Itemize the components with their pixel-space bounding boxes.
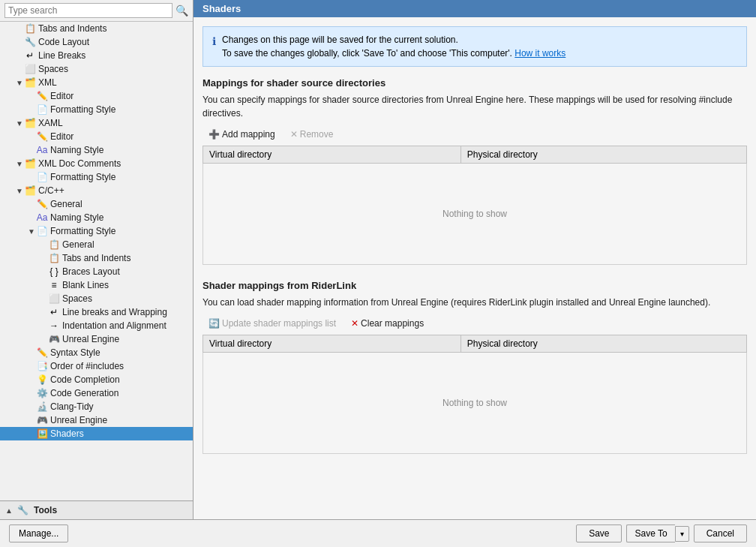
style-icon2: 📄 [36,171,48,183]
sidebar-item-xml-formatting-style[interactable]: 📄 Formatting Style [0,103,193,116]
xaml-icon: 🗂️ [24,117,36,129]
xml-doc-expand-arrow: ▼ [15,160,24,168]
riderlink-physical-col-header: Physical directory [460,335,746,353]
manage-button[interactable]: Manage... [9,524,68,542]
add-mapping-button[interactable]: ➕ Add mapping [202,128,281,141]
sidebar-item-cpp[interactable]: ▼ 🗂️ C/C++ [0,184,193,197]
sidebar-item-unreal-engine[interactable]: 🎮 Unreal Engine [0,413,193,427]
naming-icon: Aa [36,144,48,156]
sidebar-item-label: Line breaks and Wrapping [62,307,167,317]
mappings-toolbar: ➕ Add mapping ✕ Remove [202,128,747,141]
sidebar-item-label: Formatting Style [50,226,116,236]
sidebar-item-cpp-general[interactable]: ✏️ General [0,197,193,211]
clang-icon: 🔬 [36,401,48,413]
page-title: Shaders [202,3,241,14]
sidebar-item-xaml[interactable]: ▼ 🗂️ XAML [0,116,193,130]
naming-icon2: Aa [36,212,48,224]
tree-area: 📋 Tabs and Indents 🔧 Code Layout ↵ Line … [0,22,193,500]
linebreaks-icon2: ↵ [48,306,60,318]
generation-icon: ⚙️ [36,387,48,399]
sidebar-item-label: Formatting Style [50,104,116,115]
mappings-empty-text: Nothing to show [203,164,747,265]
sidebar-item-label: Editor [50,131,74,142]
riderlink-empty-text: Nothing to show [203,353,747,454]
sidebar-item-label: XML Doc Comments [38,158,121,169]
how-it-works-link[interactable]: How it works [514,48,566,59]
update-mappings-button[interactable]: 🔄 Update shader mappings list [202,317,342,330]
sidebar-item-xaml-naming-style[interactable]: Aa Naming Style [0,143,193,157]
sidebar-item-cpp-fs-unreal[interactable]: 🎮 Unreal Engine [0,332,193,346]
sidebar-item-label: Code Layout [38,37,89,47]
sidebar-item-xaml-editor[interactable]: ✏️ Editor [0,130,193,143]
sidebar-item-label: Tabs and Indents [38,23,106,34]
sidebar-item-line-breaks[interactable]: ↵ Line Breaks [0,49,193,62]
update-mappings-label: Update shader mappings list [222,318,336,329]
sidebar-item-xml[interactable]: ▼ 🗂️ XML [0,76,193,89]
riderlink-toolbar: 🔄 Update shader mappings list ✕ Clear ma… [202,317,747,330]
sidebar-item-xml-editor[interactable]: ✏️ Editor [0,89,193,103]
sidebar-item-label: Syntax Style [50,347,100,358]
sidebar-item-code-generation[interactable]: ⚙️ Code Generation [0,386,193,400]
sidebar-item-order-includes[interactable]: 📑 Order of #includes [0,359,193,373]
sidebar-item-label: Code Generation [50,388,118,398]
remove-icon: ✕ [290,129,298,140]
sidebar-item-cpp-fs-indent[interactable]: → Indentation and Alignment [0,319,193,332]
sidebar-item-shaders[interactable]: 🖼️ Shaders [0,427,193,440]
info-box: ℹ Changes on this page will be saved for… [202,26,747,67]
save-to-dropdown-button[interactable]: ▾ [675,526,689,542]
sidebar-item-code-completion[interactable]: 💡 Code Completion [0,373,193,386]
sidebar-item-label: Braces Layout [62,266,120,277]
add-mapping-label: Add mapping [222,129,275,140]
sidebar-item-xml-doc[interactable]: ▼ 🗂️ XML Doc Comments [0,157,193,170]
tabs-icon2: 📋 [48,252,60,264]
sidebar-item-label: Unreal Engine [62,334,119,344]
sidebar-item-cpp-formatting[interactable]: ▼ 📄 Formatting Style [0,224,193,238]
riderlink-virtual-col-header: Virtual directory [203,335,461,353]
remove-mapping-button[interactable]: ✕ Remove [284,128,340,141]
content-panel: Shaders ℹ Changes on this page will be s… [194,0,756,519]
sidebar-item-tabs-indents[interactable]: 📋 Tabs and Indents [0,22,193,35]
sidebar-item-label: Naming Style [50,145,104,155]
sidebar-item-syntax-style[interactable]: ✏️ Syntax Style [0,346,193,359]
search-bar: 🔍 [0,0,193,22]
sidebar-item-cpp-fs-general[interactable]: 📋 General [0,238,193,251]
search-input[interactable] [4,3,172,18]
search-icon[interactable]: 🔍 [176,5,188,17]
sidebar-item-label: Editor [50,91,74,101]
sidebar-item-cpp-fs-linebreaks[interactable]: ↵ Line breaks and Wrapping [0,305,193,319]
sidebar-item-clang-tidy[interactable]: 🔬 Clang-Tidy [0,400,193,413]
syntax-icon: ✏️ [36,347,48,359]
sidebar-item-cpp-fs-braces[interactable]: { } Braces Layout [0,265,193,278]
sidebar-item-cpp-fs-blank-lines[interactable]: ≡ Blank Lines [0,278,193,292]
sidebar-item-code-layout[interactable]: 🔧 Code Layout [0,35,193,49]
xml-doc-icon: 🗂️ [24,158,36,170]
editor-icon: ✏️ [36,90,48,102]
sidebar-item-cpp-naming[interactable]: Aa Naming Style [0,211,193,224]
mappings-section-title: Mappings for shader source directories [202,77,747,89]
sidebar-footer-tools[interactable]: ▲ 🔧 Tools [0,500,193,519]
general-icon2: 📋 [48,239,60,251]
sidebar-item-label: Line Breaks [38,50,86,61]
clear-mappings-button[interactable]: ✕ Clear mappings [345,317,430,330]
add-icon: ➕ [208,129,220,140]
save-button[interactable]: Save [576,524,622,542]
cancel-button[interactable]: Cancel [694,524,747,542]
sidebar-item-xml-doc-formatting[interactable]: 📄 Formatting Style [0,170,193,184]
virtual-dir-col-header: Virtual directory [203,146,461,164]
sidebar-item-label: XAML [38,118,63,128]
info-line1: Changes on this page will be saved for t… [222,33,566,47]
save-to-button[interactable]: Save To [626,524,674,542]
tabs-icon: 📋 [24,23,36,35]
editor-icon2: ✏️ [36,131,48,143]
info-icon: ℹ [212,34,216,60]
riderlink-empty-row: Nothing to show [203,353,747,454]
info-line2-prefix: To save the changes globally, click 'Sav… [222,48,512,59]
riderlink-section-desc: You can load shader mapping information … [202,296,747,309]
sidebar-item-spaces[interactable]: ⬜ Spaces [0,62,193,76]
sidebar-item-cpp-fs-spaces[interactable]: ⬜ Spaces [0,292,193,305]
tools-label: Tools [34,505,57,515]
sidebar-item-label: Spaces [38,64,68,74]
unreal-icon: 🎮 [48,333,60,345]
indent-icon: → [48,320,60,332]
sidebar-item-cpp-fs-tabs[interactable]: 📋 Tabs and Indents [0,251,193,265]
